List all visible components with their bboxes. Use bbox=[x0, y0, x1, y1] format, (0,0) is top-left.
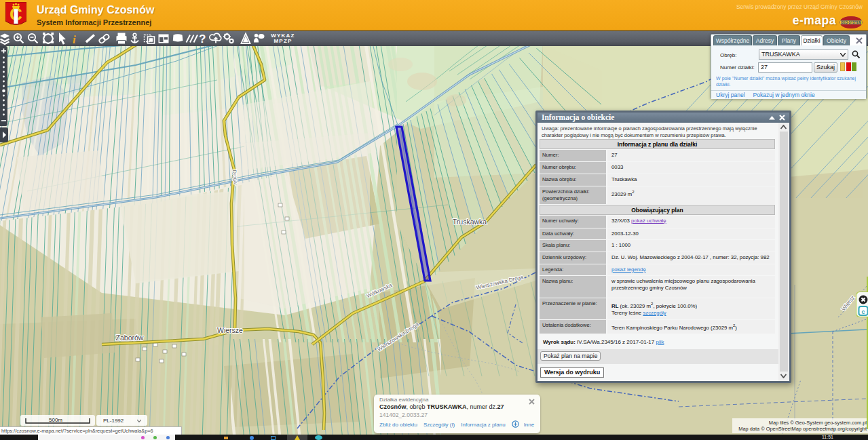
svg-text:Droga: Droga bbox=[231, 169, 239, 184]
svg-text:GEO-SYSTEM: GEO-SYSTEM bbox=[841, 21, 861, 24]
svg-text:Zaborów: Zaborów bbox=[116, 334, 144, 342]
svg-text:c: c bbox=[861, 308, 865, 315]
svg-text:i: i bbox=[73, 33, 76, 46]
svg-text:Wiersze: Wiersze bbox=[217, 326, 243, 334]
svg-text:?: ? bbox=[199, 33, 206, 45]
svg-text:500m: 500m bbox=[49, 417, 62, 423]
svg-text:Truskawka: Truskawka bbox=[453, 218, 487, 226]
